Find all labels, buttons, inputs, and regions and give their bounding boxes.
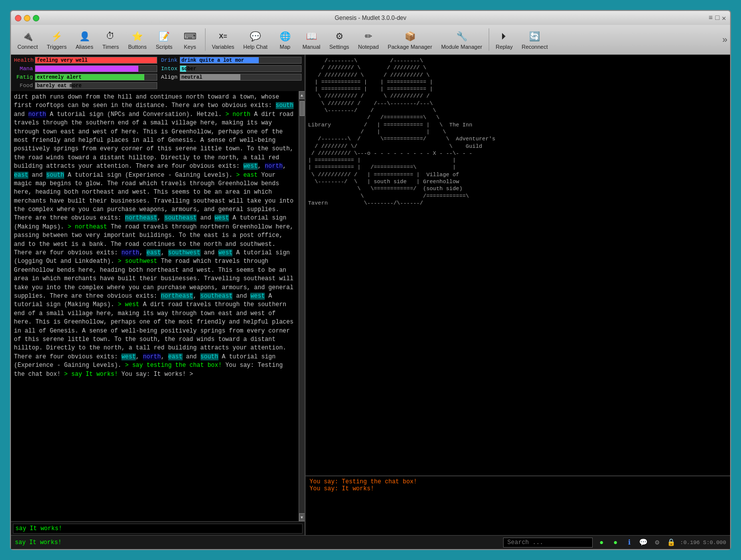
text-block-6: A dirt road travels through the southern…	[14, 301, 294, 369]
variables-icon: X=	[216, 30, 229, 43]
intox-label: Intox	[159, 66, 178, 72]
drink-label: Drink	[159, 57, 178, 63]
settings-button[interactable]: ⚙ Settings	[325, 28, 353, 52]
timers-button[interactable]: ⏱ Timers	[98, 28, 123, 52]
replay-button[interactable]: ⏵ Replay	[492, 28, 517, 52]
footer-icon-lock[interactable]: 🔒	[666, 538, 676, 548]
footer-icon-info[interactable]: ℹ	[625, 538, 635, 548]
input-bar	[11, 521, 305, 535]
food-bar: barely eat more	[35, 82, 157, 89]
timers-icon: ⏱	[104, 30, 117, 43]
exit-east-2[interactable]: east	[146, 249, 161, 256]
intox-value: sober	[182, 66, 197, 73]
exit-west-5[interactable]: west	[121, 353, 136, 360]
toolbar-more-icon[interactable]: »	[722, 35, 728, 45]
map-icon: 🌐	[279, 30, 292, 43]
exit-north-4[interactable]: north	[143, 353, 161, 360]
exit-west-2[interactable]: west	[214, 215, 229, 222]
exit-north-3[interactable]: north	[121, 249, 139, 256]
cmd-say-2: > say It works!	[64, 371, 121, 378]
main-content-row: dirt path runs down from the hill and co…	[11, 91, 305, 521]
food-row: Food barely eat more	[14, 82, 157, 89]
cmd-north-1: > north	[225, 111, 254, 118]
aliases-button[interactable]: 👤 Aliases	[72, 28, 97, 52]
module-manager-icon: 🔧	[455, 30, 468, 43]
scroll-thumb[interactable]	[300, 101, 305, 116]
cmd-say-1: > say testing the chat box!	[125, 362, 225, 369]
maximize-button[interactable]	[33, 15, 39, 21]
reconnect-button[interactable]: 🔄 Reconnect	[518, 28, 552, 52]
exit-east-3[interactable]: east	[168, 353, 183, 360]
exit-west-1[interactable]: west	[243, 163, 258, 170]
title-chevron-icon: ≡	[709, 14, 713, 22]
status-bars: Health feeling very well Drink drink qui…	[11, 55, 305, 91]
triggers-icon: ⚡	[50, 30, 63, 43]
chat-area: You say: Testing the chat box! You say: …	[306, 475, 730, 535]
align-row: Align neutral	[159, 74, 302, 81]
status-footer: say It works! ● ● ℹ 💬 ⚙ 🔒 :0.196 S:0.000	[11, 535, 730, 549]
main-window: Genesis - Mudlet 3.0.0-dev ≡ □ ✕ 🔌 Conne…	[10, 10, 731, 550]
replay-icon: ⏵	[498, 30, 511, 43]
command-input[interactable]	[13, 524, 303, 534]
mana-fill	[35, 66, 138, 72]
connect-button[interactable]: 🔌 Connect	[13, 28, 42, 52]
intox-row: Intox sober	[159, 65, 302, 72]
scroll-down-button[interactable]: ▼	[299, 513, 305, 521]
notepad-icon: ✏	[362, 30, 375, 43]
exit-west-4[interactable]: west	[250, 293, 265, 300]
help-chat-button[interactable]: 💬 Help Chat	[239, 28, 272, 52]
exit-northeast-2[interactable]: northeast	[161, 293, 193, 300]
manual-button[interactable]: 📖 Manual	[299, 28, 324, 52]
exit-south-1[interactable]: south	[276, 102, 294, 109]
title-expand-icon: □	[715, 14, 719, 22]
exit-north-2[interactable]: north	[265, 163, 283, 170]
exit-east-1[interactable]: east	[14, 172, 28, 179]
settings-icon: ⚙	[333, 30, 346, 43]
footer-icon-green[interactable]: ●	[597, 538, 607, 548]
footer-icon-settings[interactable]: ⚙	[652, 538, 662, 548]
exit-northeast-1[interactable]: northeast	[125, 215, 157, 222]
module-manager-button[interactable]: 🔧 Module Manager	[437, 28, 486, 52]
scroll-up-button[interactable]: ▲	[299, 91, 305, 99]
drink-value: drink quite a lot mor	[182, 57, 244, 64]
keys-icon: ⌨	[184, 30, 197, 43]
footer-right: ● ● ℹ 💬 ⚙ 🔒 :0.196 S:0.000	[503, 538, 726, 548]
main-scrollbar[interactable]: ▲ ▼	[299, 91, 305, 521]
toolbar-separator-2	[489, 28, 489, 51]
text-block-2: A dirt road travels through the southern…	[14, 111, 294, 179]
cmd-east-1: > east	[236, 172, 261, 179]
exit-north-1[interactable]: north	[28, 111, 46, 118]
variables-button[interactable]: X= Variables	[208, 28, 238, 52]
map-area: /--------\ /--------\ / //////// \ / ///…	[306, 55, 730, 475]
scripts-button[interactable]: 📝 Scripts	[152, 28, 177, 52]
footer-icon-green2[interactable]: ●	[611, 538, 621, 548]
exit-southeast-2[interactable]: southeast	[200, 293, 232, 300]
triggers-button[interactable]: ⚡ Triggers	[43, 28, 71, 52]
search-input[interactable]	[503, 538, 593, 548]
exit-southeast-1[interactable]: southeast	[164, 215, 197, 222]
game-text[interactable]: dirt path runs down from the hill and co…	[11, 91, 299, 521]
exit-south-2[interactable]: south	[46, 172, 64, 179]
fatigue-value: extremely alert	[37, 74, 82, 81]
text-say-2: You say: It works! >	[121, 371, 193, 378]
title-right-controls: ≡ □ ✕	[709, 14, 726, 22]
health-label: Health	[14, 57, 33, 63]
package-manager-button[interactable]: 📦 Package Manager	[384, 28, 436, 52]
exit-south-3[interactable]: south	[201, 353, 218, 360]
footer-coords: :0.196 S:0.000	[680, 540, 726, 546]
blank-row	[159, 82, 302, 89]
map-button[interactable]: 🌐 Map	[273, 28, 298, 52]
close-button[interactable]	[15, 15, 21, 21]
buttons-button[interactable]: ⭐ Buttons	[124, 28, 150, 52]
exit-southwest-1[interactable]: southwest	[168, 249, 201, 256]
exit-west-3[interactable]: west	[218, 249, 233, 256]
right-panel: /--------\ /--------\ / //////// \ / ///…	[305, 55, 730, 535]
notepad-button[interactable]: ✏ Notepad	[354, 28, 383, 52]
footer-icon-chat[interactable]: 💬	[638, 538, 648, 548]
minimize-button[interactable]	[24, 15, 30, 21]
text-block-3: Your magic map begins to glow. The road …	[14, 172, 294, 230]
keys-button[interactable]: ⌨ Keys	[178, 28, 203, 52]
chat-line-2: You say: It works!	[310, 485, 726, 492]
manual-icon: 📖	[305, 30, 318, 43]
align-value: neutral	[182, 74, 203, 81]
